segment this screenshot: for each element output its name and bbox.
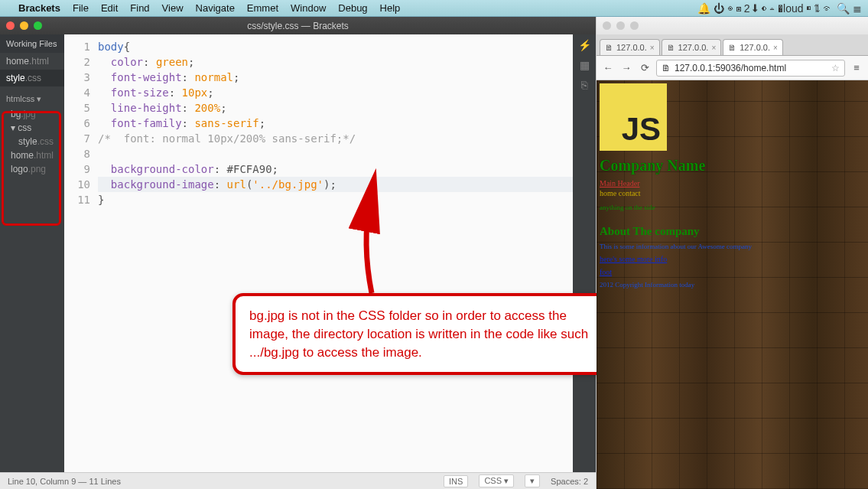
js-logo: JS (600, 83, 667, 151)
minimize-button[interactable] (20, 21, 28, 30)
address-bar[interactable]: 🗎 127.0.0.1:59036/home.html ☆ (656, 60, 845, 77)
tree-item[interactable]: home.html (0, 148, 64, 162)
menubar-status-icons: 🔔 ⏻ ◉ ▣ 2 ⬇ ◐ ▵ �loud ◧ ⇅ ᯤ 🔍 ≣ (697, 2, 862, 15)
close-button[interactable] (6, 21, 15, 30)
code-content[interactable]: body{ color: green; font-weight: normal;… (98, 39, 573, 472)
close-icon[interactable]: × (711, 44, 716, 52)
browser-tab[interactable]: 🗎127.0.0.× (723, 39, 783, 55)
url-text: 127.0.0.1:59036/home.html (675, 63, 786, 73)
menu-debug[interactable]: Debug (338, 2, 367, 14)
working-file[interactable]: style.css (0, 70, 64, 86)
annotation-callout: bg.jpg is not in the CSS folder so in or… (232, 293, 621, 375)
browser-window: 🗎127.0.0.× 🗎127.0.0.× 🗎127.0.0.× ← → ⟳ 🗎… (596, 17, 868, 489)
rendered-page: JS Company Name Main Header home contact… (597, 80, 868, 489)
cursor-position: Line 10, Column 9 — 11 Lines (8, 477, 121, 486)
close-icon[interactable]: × (650, 44, 655, 52)
page-link[interactable]: here's some more info (600, 255, 865, 263)
menu-find[interactable]: Find (130, 2, 149, 14)
close-button[interactable] (603, 21, 611, 30)
window-title: css/style.css — Brackets (247, 21, 349, 31)
forward-button[interactable]: → (619, 62, 633, 73)
browser-toolbar: ← → ⟳ 🗎 127.0.0.1:59036/home.html ☆ ≡ (597, 56, 868, 80)
file-icon: 🗎 (728, 43, 736, 52)
file-icon: 🗎 (662, 63, 671, 73)
page-nav[interactable]: home contact (600, 189, 641, 197)
editor[interactable]: 1234567891011 body{ color: green; font-w… (64, 34, 573, 472)
mac-menubar: Brackets File Edit Find View Navigate Em… (0, 0, 868, 17)
page-link[interactable]: Main Header (600, 179, 865, 187)
brackets-window: css/style.css — Brackets Working Files h… (0, 17, 596, 489)
file-icon: 🗎 (667, 43, 675, 52)
extension-manager-icon[interactable]: ▦ (580, 59, 590, 71)
menu-window[interactable]: Window (291, 2, 326, 14)
tree-item[interactable]: bg.jpg (0, 107, 64, 121)
language-select[interactable]: CSS ▾ (479, 474, 514, 487)
bookmark-icon[interactable]: ☆ (831, 63, 840, 73)
menu-emmet[interactable]: Emmet (247, 2, 278, 14)
page-link[interactable]: foot (600, 268, 865, 276)
page-text: This is some information about our Aweso… (600, 243, 865, 250)
page-subheading: About The company (600, 225, 865, 238)
browser-tab[interactable]: 🗎127.0.0.× (600, 39, 660, 55)
page-heading: Company Name (600, 157, 865, 174)
sidebar: Working Files home.html style.css htmlcs… (0, 34, 64, 472)
working-file[interactable]: home.html (0, 53, 64, 70)
browser-titlebar (597, 17, 868, 34)
browser-tab[interactable]: 🗎127.0.0.× (662, 39, 722, 55)
menu-edit[interactable]: Edit (101, 2, 118, 14)
encoding-select[interactable]: ▾ (525, 474, 540, 487)
extension-rail: ⚡ ▦ ⎘ (573, 34, 596, 472)
reload-button[interactable]: ⟳ (638, 62, 652, 73)
status-bar: Line 10, Column 9 — 11 Lines INS CSS ▾ ▾… (0, 472, 596, 489)
ins-toggle[interactable]: INS (444, 475, 468, 487)
line-gutter: 1234567891011 (64, 39, 98, 472)
page-text: anything on the side (600, 204, 865, 211)
browser-tabs: 🗎127.0.0.× 🗎127.0.0.× 🗎127.0.0.× (597, 34, 868, 56)
titlebar: css/style.css — Brackets (0, 17, 596, 34)
menu-file[interactable]: File (73, 2, 89, 14)
tree-item[interactable]: style.css (0, 135, 64, 148)
menu-view[interactable]: View (162, 2, 184, 14)
menu-navigate[interactable]: Navigate (196, 2, 235, 14)
live-preview-icon[interactable]: ⚡ (578, 39, 591, 51)
project-dropdown[interactable]: htmlcss ▾ (0, 91, 64, 107)
menu-app[interactable]: Brackets (18, 2, 60, 14)
tree-item[interactable]: logo.png (0, 162, 64, 176)
tree-folder[interactable]: ▾ css (0, 121, 64, 135)
page-text: 2012 Copyright Information today (600, 281, 865, 289)
annotation-text: bg.jpg is not in the CSS folder so in or… (249, 308, 588, 360)
back-button[interactable]: ← (601, 62, 615, 73)
close-icon[interactable]: × (773, 44, 778, 52)
spaces-setting[interactable]: Spaces: 2 (551, 477, 588, 486)
extension-icon[interactable]: ⎘ (581, 79, 587, 91)
zoom-button[interactable] (630, 21, 639, 30)
minimize-button[interactable] (616, 21, 625, 30)
file-icon: 🗎 (605, 43, 613, 52)
menu-help[interactable]: Help (380, 2, 401, 14)
zoom-button[interactable] (34, 21, 42, 30)
menu-icon[interactable]: ≡ (850, 62, 863, 73)
working-files-header: Working Files (0, 34, 64, 53)
